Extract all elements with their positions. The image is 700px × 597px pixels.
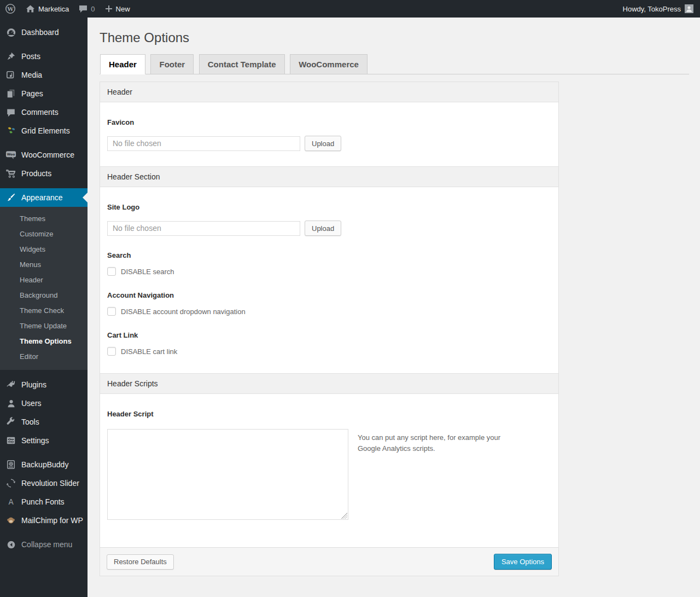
sidebar-item-comments[interactable]: Comments [0,103,88,121]
header-script-textarea[interactable] [107,429,348,520]
submenu-item-menus[interactable]: Menus [0,257,88,273]
page-title: Theme Options [100,29,700,46]
submenu-item-theme-options[interactable]: Theme Options [0,334,88,349]
new-label: New [116,5,130,13]
submenu-item-theme-update[interactable]: Theme Update [0,318,88,334]
sidebar-item-settings[interactable]: Settings [0,431,88,450]
panel-footer: Restore Defaults Save Options [100,547,558,576]
disable-account-nav-label: DISABLE account dropdown navigation [121,308,246,316]
tab-contact-template[interactable]: Contact Template [199,54,285,74]
site-name: Marketica [38,5,69,13]
home-icon [26,4,35,13]
site-menu[interactable]: Marketica [21,0,74,18]
sidebar-item-label: Collapse menu [21,540,72,549]
submenu-item-widgets[interactable]: Widgets [0,242,88,257]
search-label: Search [107,251,551,259]
site-logo-upload-button[interactable]: Upload [305,221,341,236]
sidebar-item-label: Dashboard [21,28,59,37]
sidebar-item-appearance[interactable]: Appearance [0,188,88,207]
sidebar-item-label: Media [21,71,42,79]
comments-count: 0 [91,5,95,13]
submenu-item-editor[interactable]: Editor [0,349,88,364]
sidebar-item-label: Pages [21,89,43,98]
submenu-item-customize[interactable]: Customize [0,227,88,242]
grid-elements-icon [5,125,16,136]
section-header: Header [100,82,558,102]
submenu-item-background[interactable]: Background [0,288,88,303]
sidebar-item-media[interactable]: Media [0,66,88,84]
disable-account-nav-checkbox[interactable] [107,307,116,316]
submenu-item-theme-check[interactable]: Theme Check [0,303,88,318]
comments-menu[interactable]: 0 [74,0,100,18]
disable-cart-link-checkbox[interactable] [107,347,116,356]
sidebar-item-label: MailChimp for WP [21,516,83,525]
settings-icon [5,435,16,446]
disable-search-checkbox[interactable] [107,267,116,276]
pushpin-icon [5,51,16,62]
submenu-item-header[interactable]: Header [0,273,88,288]
section-header-section: Header Section [100,166,558,187]
user-icon [5,398,16,409]
disable-search-label: DISABLE search [121,268,174,276]
header-script-help: You can put any script here, for example… [358,432,523,454]
mailchimp-monkey-icon [5,515,16,526]
sidebar-item-grid-elements[interactable]: Grid Elements [0,121,88,140]
svg-text:A: A [8,497,14,506]
favicon-file-input[interactable] [107,136,300,151]
main-content: Theme Options Header Footer Contact Temp… [88,18,700,597]
wordpress-admin: { "colors": { "accent": "#0074a2", "prim… [0,0,700,597]
tab-woocommerce[interactable]: WooCommerce [290,54,368,74]
dashboard-icon [5,27,16,38]
tab-bar: Header Footer Contact Template WooCommer… [100,54,689,74]
restore-defaults-button[interactable]: Restore Defaults [107,554,174,570]
sidebar-item-woocommerce[interactable]: Woo WooCommerce [0,146,88,164]
sidebar-item-products[interactable]: Products [0,164,88,183]
cart-link-label: Cart Link [107,331,551,339]
sidebar-item-punch-fonts[interactable]: A Punch Fonts [0,492,88,511]
favicon-label: Favicon [107,118,551,126]
sidebar-item-pages[interactable]: Pages [0,84,88,103]
svg-text:Woo: Woo [7,153,15,156]
pages-icon [5,88,16,99]
sidebar-item-label: Posts [21,52,40,61]
sidebar-item-revolution-slider[interactable]: Revolution Slider [0,474,88,492]
sidebar-item-label: Punch Fonts [21,497,65,506]
sidebar-item-label: Grid Elements [21,126,70,135]
sidebar-item-label: Comments [21,108,59,117]
save-options-button[interactable]: Save Options [494,554,552,570]
plugin-icon [5,379,16,390]
comments-icon [5,107,16,118]
sidebar-item-mailchimp[interactable]: MailChimp for WP [0,511,88,530]
admin-sidebar: Dashboard Posts Media Pages [0,18,88,597]
revolution-slider-icon [5,478,16,489]
sidebar-item-tools[interactable]: Tools [0,413,88,431]
sidebar-item-label: Users [21,399,42,408]
sidebar-item-label: Tools [21,418,39,426]
collapse-menu-button[interactable]: Collapse menu [0,535,88,554]
sidebar-item-users[interactable]: Users [0,394,88,413]
tab-footer[interactable]: Footer [150,54,194,74]
sidebar-item-label: Products [21,169,51,178]
wordpress-logo-icon[interactable]: W [0,0,21,18]
sidebar-item-posts[interactable]: Posts [0,47,88,66]
sidebar-item-backupbuddy[interactable]: BackupBuddy [0,455,88,474]
backupbuddy-icon [5,459,16,470]
tab-header[interactable]: Header [100,54,145,74]
sidebar-item-label: Settings [21,436,49,445]
sidebar-item-plugins[interactable]: Plugins [0,375,88,394]
brush-icon [5,192,16,203]
site-logo-label: Site Logo [107,203,551,211]
section-header-scripts: Header Scripts [100,373,558,394]
favicon-upload-button[interactable]: Upload [305,136,341,151]
svg-text:W: W [7,6,14,12]
account-navigation-label: Account Navigation [107,291,551,299]
sidebar-item-label: WooCommerce [21,150,74,159]
account-menu[interactable]: Howdy, TokoPress [621,0,696,18]
submenu-item-themes[interactable]: Themes [0,211,88,227]
new-menu[interactable]: New [100,0,135,18]
header-script-label: Header Script [107,410,551,418]
site-logo-file-input[interactable] [107,221,300,236]
sidebar-item-dashboard[interactable]: Dashboard [0,23,88,42]
sidebar-item-label: Plugins [21,380,46,389]
cart-icon [5,168,16,179]
